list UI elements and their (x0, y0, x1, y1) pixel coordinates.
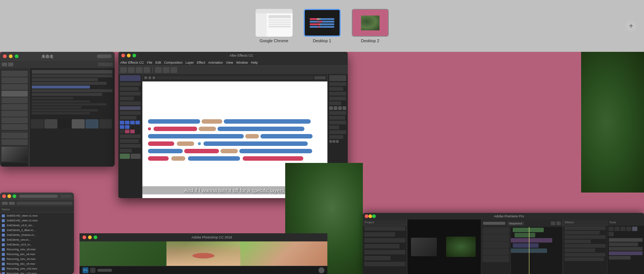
ae-minimize-btn[interactable] (127, 54, 131, 57)
finder-sidebar-item[interactable] (1, 84, 28, 90)
tool-btn[interactable] (614, 227, 620, 231)
list-item[interactable]: 3rd003-HD_viber-v1.mov (0, 218, 74, 223)
finder-view-toggle[interactable] (98, 63, 113, 66)
list-item[interactable]: Recurring_doc_v8.mov (0, 252, 74, 257)
ps-maximize-btn[interactable] (94, 235, 97, 239)
ae-dot-btn[interactable] (336, 140, 339, 143)
ae-btn-round[interactable] (144, 76, 147, 79)
finder-search[interactable] (97, 54, 112, 58)
finder-sidebar-item[interactable] (1, 97, 28, 103)
ae-tool-brush[interactable] (155, 67, 162, 73)
ae-progress-bar[interactable] (156, 76, 313, 79)
ae-menu-file[interactable]: File (147, 61, 152, 64)
list-item[interactable]: 2ndClients_v3.9_rec... (0, 223, 74, 228)
finder-list-window[interactable]: Name 3rd003-HD_viber-v1.mov 3rd003-HD_vi… (0, 193, 74, 274)
finder-sidebar-item[interactable] (1, 133, 28, 138)
ae-tool-shape[interactable] (144, 67, 150, 73)
ae-menu-effect[interactable]: Effect (197, 61, 205, 64)
premiere-minimize[interactable] (368, 214, 372, 218)
ae-btn-red[interactable] (130, 130, 135, 133)
list-item[interactable]: 2ndClients_choices.m... (0, 233, 74, 237)
tool-btn[interactable] (620, 227, 626, 231)
finder-sidebar-item[interactable] (1, 111, 28, 117)
list-item[interactable]: Recurring_cinv_v9.mov (0, 257, 74, 261)
ae-menu-edit[interactable]: Edit (155, 61, 161, 64)
ae-effect-btn[interactable] (120, 121, 124, 124)
ae-menu-window[interactable]: Window (236, 61, 248, 64)
desktop2-thumb[interactable]: Desktop 2 (352, 9, 389, 43)
add-desktop-button[interactable]: + (626, 20, 637, 31)
ae-effect-btn[interactable] (125, 121, 129, 124)
ps-tool-icon[interactable] (90, 268, 95, 273)
photoshop-window[interactable]: Adobe Photoshop CC 2018 Ps (80, 233, 327, 274)
ae-menu-layer[interactable]: Layer (185, 61, 194, 64)
finder-list-maximize[interactable] (13, 194, 16, 198)
ae-effect-btn[interactable] (130, 121, 135, 124)
ae-menu-ae[interactable]: After Effects CC (120, 61, 144, 64)
ae-right-btn[interactable] (329, 106, 333, 110)
maximize-button[interactable] (15, 54, 18, 58)
finder-list-close[interactable] (2, 194, 6, 198)
premiere-tl-btn[interactable] (551, 221, 555, 225)
ae-effect-btn[interactable] (135, 121, 140, 124)
ae-menu-animation[interactable]: Animation (208, 61, 223, 64)
ae-tool-pen[interactable] (128, 67, 135, 73)
ae-menu-composition[interactable]: Composition (164, 61, 182, 64)
tool-btn-selected[interactable] (632, 227, 637, 231)
list-item[interactable]: 3rdClients_v3.9_m... (0, 242, 74, 247)
list-item[interactable]: 3rdClients_cinv.m... (0, 237, 74, 242)
ae-effect-btn[interactable] (120, 125, 124, 129)
ps-minimize-btn[interactable] (88, 235, 92, 239)
ae-btn-round[interactable] (148, 76, 151, 79)
chrome-thumb[interactable]: Google Chrome (256, 9, 293, 43)
ae-dot-btn[interactable] (333, 140, 336, 143)
desktop1-thumb[interactable]: Desktop 1 (304, 9, 341, 43)
ae-btn-round[interactable] (152, 76, 155, 79)
finder-sidebar-item[interactable] (1, 124, 28, 130)
premiere-close[interactable] (365, 214, 368, 218)
premiere-tl-tab[interactable]: Sequence (507, 221, 524, 225)
ae-dot-btn[interactable] (329, 140, 332, 143)
close-button[interactable] (3, 54, 7, 58)
ae-maximize-btn[interactable] (132, 54, 136, 57)
ae-tool-eraser[interactable] (171, 67, 177, 73)
finder-list-search[interactable] (61, 195, 72, 198)
list-item[interactable]: Recurring_cinv_v10.mov (0, 266, 74, 271)
ps-close-btn[interactable] (82, 235, 86, 239)
list-item[interactable]: 3rd003-HD_viber-v1.mov (0, 213, 74, 218)
ae-tool-clone[interactable] (163, 67, 169, 73)
finder-list-minimize[interactable] (7, 194, 11, 198)
list-item[interactable]: Recurring_doc_v10.mov (0, 271, 74, 274)
finder-list-nav[interactable] (2, 202, 8, 205)
list-item[interactable]: 2ndClients_3_Blue.m... (0, 228, 74, 233)
ae-right-btn[interactable] (338, 106, 342, 110)
finder-sidebar-item[interactable] (1, 117, 28, 123)
ae-btn-green[interactable] (120, 154, 130, 159)
finder-sidebar-item[interactable] (1, 104, 28, 110)
minimize-button[interactable] (9, 54, 13, 58)
finder-list-nav[interactable] (9, 202, 15, 205)
finder-sidebar-item[interactable] (1, 77, 28, 83)
premiere-window[interactable]: Adobe Premiere Pro Project (363, 213, 644, 274)
list-item[interactable]: Recurring_cinv_v8.mov (0, 247, 74, 252)
finder-sidebar-item[interactable] (1, 71, 28, 77)
ae-btn[interactable] (120, 130, 124, 133)
ae-effect-btn[interactable] (125, 125, 129, 129)
finder-back-icon[interactable] (2, 63, 7, 66)
premiere-tl-btn[interactable] (556, 221, 561, 225)
finder-sidebar-item-selected[interactable] (1, 91, 28, 97)
ae-menu-help[interactable]: Help (251, 61, 258, 64)
tool-btn[interactable] (608, 227, 614, 231)
ae-btn-red[interactable] (125, 130, 129, 133)
ae-close-btn[interactable] (121, 54, 125, 57)
ae-btn-gray[interactable] (131, 154, 141, 159)
tool-btn[interactable] (626, 227, 631, 231)
ae-right-btn[interactable] (334, 106, 337, 110)
ae-right-btn[interactable] (343, 106, 346, 110)
list-item[interactable]: Recurring_doc_v9.mov (0, 261, 74, 266)
ae-tool-text[interactable] (136, 67, 142, 73)
finder-sidebar-item[interactable] (1, 139, 28, 145)
finder-forward-icon[interactable] (8, 63, 13, 66)
premiere-maximize[interactable] (372, 214, 376, 218)
finder-window[interactable]: 未命名 (0, 52, 115, 167)
